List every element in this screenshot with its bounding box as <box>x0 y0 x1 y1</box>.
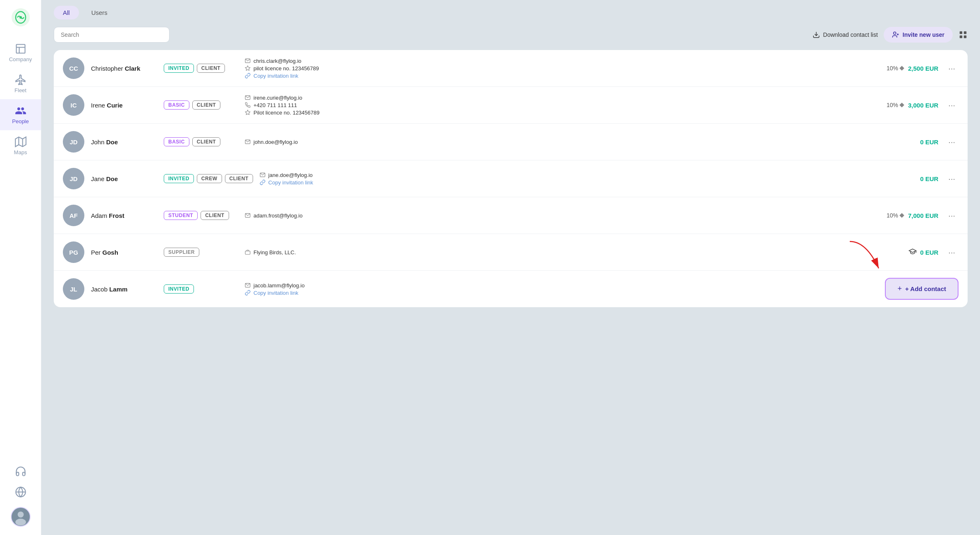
toolbar-right: Download contact list Invite new user <box>813 27 968 43</box>
diamond-icon <box>899 65 905 71</box>
sidebar-item-people[interactable]: People <box>0 99 41 130</box>
school-icon <box>908 247 917 257</box>
email-value: john.doe@flylog.io <box>253 139 298 145</box>
stat-percent: 10% <box>887 102 905 108</box>
sidebar-nav: Company Fleet People Maps <box>0 37 41 466</box>
invite-new-user-button[interactable]: Invite new user <box>884 27 953 43</box>
svg-marker-20 <box>245 66 250 70</box>
star-icon <box>245 110 251 115</box>
star-icon <box>245 65 251 71</box>
user-plus-icon <box>892 31 899 38</box>
email-icon <box>245 282 251 288</box>
stat-amount: 0 EUR <box>920 139 938 146</box>
user-info: irene.curie@flylog.io +420 711 111 111 P… <box>245 95 865 116</box>
link-icon <box>260 179 265 185</box>
user-tags: INVITED CREW CLIENT <box>164 174 253 183</box>
add-contact-label: + Add contact <box>905 285 946 292</box>
copy-link-value[interactable]: Copy invitation link <box>253 290 298 296</box>
user-name: Jacob Lamm <box>91 286 157 293</box>
table-row: JD John Doe BASIC CLIENT john.doe@flylog… <box>54 124 968 160</box>
email-row: jane.doe@flylog.io <box>260 172 865 178</box>
svg-rect-26 <box>245 251 250 254</box>
tag-client: CLIENT <box>201 211 229 220</box>
add-contact-button[interactable]: + + Add contact <box>885 278 958 300</box>
user-stats: 0 EUR <box>872 247 938 257</box>
table-row: JD Jane Doe INVITED CREW CLIENT jane.doe… <box>54 160 968 197</box>
logo-container[interactable] <box>0 0 41 33</box>
svg-point-12 <box>894 32 896 34</box>
avatar: JD <box>63 131 84 153</box>
globe-icon <box>15 486 26 498</box>
user-stats: 10% 7,000 EUR <box>872 212 938 219</box>
sidebar-item-company[interactable]: Company <box>0 37 41 68</box>
svg-marker-3 <box>15 137 26 146</box>
plus-icon: + <box>897 284 902 293</box>
stat-amount: 3,000 EUR <box>908 102 938 109</box>
globe-icon-btn[interactable] <box>15 486 26 499</box>
tab-all[interactable]: All <box>54 6 79 19</box>
user-tags: BASIC CLIENT <box>164 100 238 110</box>
table-row: AF Adam Frost STUDENT CLIENT adam.frost@… <box>54 197 968 234</box>
email-icon <box>260 172 265 178</box>
licence-value: Pilot licence no. 123456789 <box>253 110 320 116</box>
avatar: JD <box>63 168 84 189</box>
aircomp-logo <box>11 7 31 27</box>
table-row: IC Irene Curie BASIC CLIENT irene.curie@… <box>54 87 968 124</box>
more-options-button[interactable]: ··· <box>945 99 958 111</box>
svg-rect-15 <box>960 31 962 34</box>
avatar: JL <box>63 278 84 300</box>
plane-icon <box>15 74 26 86</box>
copy-link-value[interactable]: Copy invitation link <box>253 73 298 79</box>
arrow-annotation <box>841 237 891 275</box>
copy-link-value[interactable]: Copy invitation link <box>268 179 313 186</box>
svg-rect-2 <box>16 45 25 53</box>
tag-invited: INVITED <box>164 174 194 183</box>
user-info: jacob.lamm@flylog.io Copy invitation lin… <box>245 282 886 296</box>
sidebar-item-maps[interactable]: Maps <box>0 130 41 161</box>
user-tags: INVITED CLIENT <box>164 64 238 73</box>
user-tags: SUPPLIER <box>164 248 238 257</box>
tag-client: CLIENT <box>192 137 220 146</box>
sidebar-item-fleet[interactable]: Fleet <box>0 68 41 99</box>
email-value: irene.curie@flylog.io <box>253 95 302 101</box>
email-value: adam.frost@flylog.io <box>253 213 303 219</box>
more-options-button[interactable]: ··· <box>945 246 958 258</box>
sidebar-item-company-label: Company <box>9 56 32 62</box>
more-options-button[interactable]: ··· <box>945 136 958 148</box>
grid-view-button[interactable] <box>958 30 968 39</box>
table-row: CC Christopher Clark INVITED CLIENT chri… <box>54 50 968 87</box>
tag-basic: BASIC <box>164 137 189 146</box>
user-tags: BASIC CLIENT <box>164 137 238 146</box>
tag-client: CLIENT <box>197 64 225 73</box>
tag-supplier: SUPPLIER <box>164 248 199 257</box>
tab-users[interactable]: Users <box>82 6 117 19</box>
company-value: Flying Birds, LLC. <box>253 249 296 256</box>
sidebar-item-maps-label: Maps <box>14 149 27 155</box>
email-icon <box>245 58 251 64</box>
email-icon <box>245 95 251 100</box>
svg-point-10 <box>15 519 26 526</box>
toolbar: Download contact list Invite new user <box>54 25 968 43</box>
copy-link-row: Copy invitation link <box>260 179 865 186</box>
user-avatar-sidebar[interactable] <box>11 507 31 527</box>
email-value: chris.clark@flylog.io <box>253 58 301 64</box>
licence-row: Pilot licence no. 123456789 <box>245 110 865 116</box>
more-options-button[interactable]: ··· <box>945 62 958 74</box>
user-stats: 0 EUR <box>872 139 938 146</box>
email-row: chris.clark@flylog.io <box>245 58 865 64</box>
content-area: Download contact list Invite new user <box>41 25 980 535</box>
more-options-button[interactable]: ··· <box>945 173 958 184</box>
download-label: Download contact list <box>823 31 878 38</box>
headset-icon <box>15 466 26 477</box>
stat-amount: 0 EUR <box>920 175 938 182</box>
avatar: PG <box>63 241 84 263</box>
more-options-button[interactable]: ··· <box>945 210 958 221</box>
user-stats: 0 EUR <box>872 175 938 182</box>
user-name: John Doe <box>91 139 157 146</box>
diamond-icon <box>899 102 905 108</box>
download-contact-list-button[interactable]: Download contact list <box>813 31 878 38</box>
building-icon <box>15 43 26 55</box>
people-icon <box>15 105 26 117</box>
support-icon-btn[interactable] <box>15 466 26 479</box>
search-input[interactable] <box>54 27 170 43</box>
